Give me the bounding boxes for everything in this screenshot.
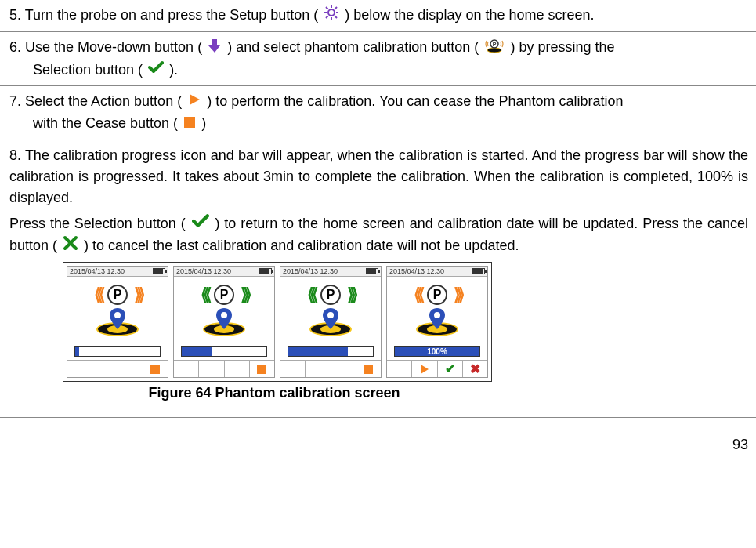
screen-timestamp: 2015/04/13 12:30: [283, 267, 338, 275]
svg-rect-12: [184, 117, 195, 128]
p-badge-icon: P: [107, 285, 128, 305]
checkmark-icon[interactable]: ✔: [445, 361, 455, 376]
progress-bar: 100%: [394, 346, 480, 357]
setup-gear-icon: [324, 5, 339, 27]
phantom-signal-row: ⟨⟨⟨ P ⟩⟩⟩: [307, 285, 354, 305]
footer-cell: ✖: [463, 361, 487, 377]
battery-icon: [472, 268, 485, 274]
svg-point-0: [328, 9, 335, 16]
step-6: 6. Use the Move-down button ( ) and sele…: [0, 32, 756, 86]
step-6-indent-b: ).: [169, 62, 178, 78]
step-7-text-a: 7. Select the Action button (: [9, 93, 182, 109]
calibration-screen: 2015/04/13 12:30 ⟨⟨⟨ P ⟩⟩⟩: [67, 266, 168, 378]
footer-cell: [199, 361, 224, 377]
step-8-text-a: Press the Selection button (: [9, 216, 186, 231]
screen-timestamp: 2015/04/13 12:30: [176, 267, 231, 275]
footer-cell: [306, 361, 331, 377]
step-7: 7. Select the Action button ( ) to perfo…: [0, 86, 756, 140]
calibration-screen: 2015/04/13 12:30 ⟨⟨⟨ P ⟩⟩⟩: [280, 266, 382, 378]
progress-label: 100%: [395, 347, 479, 357]
calibration-screen: 2015/04/13 12:30 ⟨⟨⟨ P ⟩⟩⟩: [173, 266, 275, 378]
svg-line-6: [335, 16, 338, 19]
phantom-signal-row: ⟨⟨⟨ P ⟩⟩⟩: [414, 285, 461, 305]
step-7-text-b: ) to perform the calibration. You can ce…: [207, 93, 623, 109]
calibration-screen: 2015/04/13 12:30 ⟨⟨⟨ P ⟩⟩⟩ 100% ✔ ✖: [386, 266, 488, 378]
svg-point-15: [327, 312, 334, 318]
p-badge-icon: P: [427, 285, 447, 305]
cancel-x-icon[interactable]: ✖: [470, 361, 480, 376]
svg-point-13: [114, 312, 121, 318]
calibration-screens: 2015/04/13 12:30 ⟨⟨⟨ P ⟩⟩⟩: [63, 262, 492, 382]
target-icon: [90, 311, 145, 338]
chevron-left-icon: ⟨⟨⟨: [414, 285, 421, 305]
progress-bar: [74, 346, 161, 357]
screen-header: 2015/04/13 12:30: [387, 267, 487, 277]
footer-cell: [92, 361, 118, 377]
p-badge-icon: P: [320, 285, 341, 305]
footer-cell: ✔: [438, 361, 463, 377]
svg-text:P: P: [493, 42, 497, 47]
step-6-text-a: 6. Use the Move-down button (: [9, 39, 202, 55]
play-action-icon[interactable]: [421, 365, 429, 374]
step-6-text-c: ) by pressing the: [510, 39, 614, 55]
chevron-left-icon: ⟨⟨⟨: [307, 285, 314, 305]
cease-stop-icon[interactable]: [364, 365, 373, 374]
phantom-calibration-icon: P: [484, 38, 505, 60]
screen-footer: [174, 360, 274, 377]
checkmark-icon: [192, 213, 209, 235]
svg-point-9: [487, 48, 501, 53]
battery-icon: [259, 268, 272, 274]
cease-stop-icon[interactable]: [257, 365, 266, 374]
chevron-right-icon: ⟩⟩⟩: [134, 285, 141, 305]
footer-cell: [250, 361, 274, 377]
screen-footer: [280, 360, 381, 377]
step-7-indent-a: with the Cease button (: [33, 115, 178, 131]
footer-cell: [356, 361, 381, 377]
play-action-icon: [187, 92, 201, 113]
figure-caption: Figure 64 Phantom calibration screen: [63, 382, 486, 409]
svg-line-8: [335, 7, 338, 9]
battery-icon: [153, 268, 165, 274]
progress-bar: [288, 346, 374, 357]
cease-stop-icon[interactable]: [150, 365, 160, 374]
footer-cell: [331, 361, 356, 377]
step-7-indent-b: ): [201, 115, 206, 131]
screen-footer: [67, 360, 168, 377]
phantom-signal-row: ⟨⟨⟨ P ⟩⟩⟩: [94, 285, 141, 305]
screen-footer: ✔ ✖: [387, 360, 487, 377]
step-5-text-b: ) below the display on the home screen.: [345, 7, 594, 23]
footer-cell: [174, 361, 199, 377]
target-icon: [197, 311, 251, 338]
footer-cell: [280, 361, 306, 377]
chevron-left-icon: ⟨⟨⟨: [94, 285, 101, 305]
step-5-text-a: 5. Turn the probe on and press the Setup…: [9, 7, 318, 23]
svg-point-14: [221, 312, 227, 318]
screen-header: 2015/04/13 12:30: [67, 267, 168, 277]
target-icon: [303, 311, 358, 338]
page-number: 93: [0, 418, 756, 458]
chevron-right-icon: ⟩⟩⟩: [241, 285, 248, 305]
svg-line-5: [326, 7, 328, 9]
step-6-indent-a: Selection button (: [33, 62, 143, 78]
p-badge-icon: P: [214, 285, 234, 305]
screen-timestamp: 2015/04/13 12:30: [70, 267, 125, 275]
cancel-x-icon: [63, 235, 78, 257]
svg-point-16: [434, 312, 440, 318]
footer-cell: [412, 361, 437, 377]
battery-icon: [366, 268, 378, 274]
arrow-down-icon: [208, 38, 222, 60]
step-8-para1: 8. The calibration progress icon and bar…: [9, 145, 748, 209]
step-6-text-b: ) and select phantom calibration button …: [227, 39, 479, 55]
progress-bar: [181, 346, 267, 357]
footer-cell: [225, 361, 250, 377]
checkmark-icon: [148, 60, 164, 81]
screen-header: 2015/04/13 12:30: [174, 267, 274, 277]
phantom-signal-row: ⟨⟨⟨ P ⟩⟩⟩: [201, 285, 248, 305]
screen-header: 2015/04/13 12:30: [280, 267, 381, 277]
step-8: 8. The calibration progress icon and bar…: [0, 140, 756, 263]
chevron-left-icon: ⟨⟨⟨: [201, 285, 208, 305]
cease-stop-icon: [183, 114, 196, 135]
chevron-right-icon: ⟩⟩⟩: [454, 285, 461, 305]
screen-timestamp: 2015/04/13 12:30: [389, 267, 444, 275]
footer-cell: [118, 361, 143, 377]
